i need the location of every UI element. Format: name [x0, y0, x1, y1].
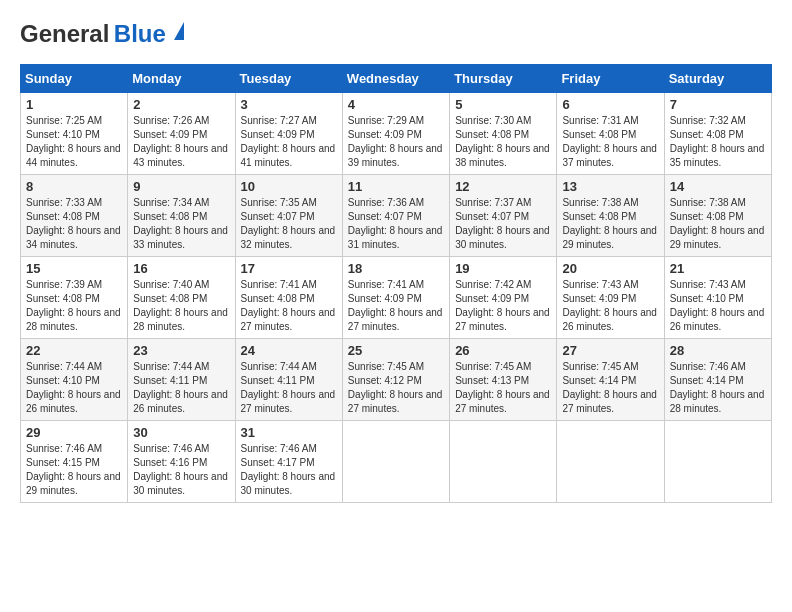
day-detail: Sunrise: 7:45 AM Sunset: 4:13 PM Dayligh… — [455, 360, 551, 416]
day-number: 10 — [241, 179, 337, 194]
day-cell-31: 31 Sunrise: 7:46 AM Sunset: 4:17 PM Dayl… — [235, 421, 342, 503]
day-number: 15 — [26, 261, 122, 276]
day-number: 11 — [348, 179, 444, 194]
day-detail: Sunrise: 7:33 AM Sunset: 4:08 PM Dayligh… — [26, 196, 122, 252]
day-detail: Sunrise: 7:43 AM Sunset: 4:10 PM Dayligh… — [670, 278, 766, 334]
day-number: 2 — [133, 97, 229, 112]
day-detail: Sunrise: 7:31 AM Sunset: 4:08 PM Dayligh… — [562, 114, 658, 170]
calendar-week-row: 22 Sunrise: 7:44 AM Sunset: 4:10 PM Dayl… — [21, 339, 772, 421]
logo-blue: Blue — [114, 20, 166, 47]
day-number: 31 — [241, 425, 337, 440]
day-number: 24 — [241, 343, 337, 358]
day-detail: Sunrise: 7:44 AM Sunset: 4:11 PM Dayligh… — [241, 360, 337, 416]
day-cell-13: 13 Sunrise: 7:38 AM Sunset: 4:08 PM Dayl… — [557, 175, 664, 257]
day-number: 18 — [348, 261, 444, 276]
header-friday: Friday — [557, 65, 664, 93]
day-cell-14: 14 Sunrise: 7:38 AM Sunset: 4:08 PM Dayl… — [664, 175, 771, 257]
day-detail: Sunrise: 7:30 AM Sunset: 4:08 PM Dayligh… — [455, 114, 551, 170]
day-cell-8: 8 Sunrise: 7:33 AM Sunset: 4:08 PM Dayli… — [21, 175, 128, 257]
day-number: 25 — [348, 343, 444, 358]
logo: General Blue — [20, 20, 166, 48]
day-detail: Sunrise: 7:27 AM Sunset: 4:09 PM Dayligh… — [241, 114, 337, 170]
day-number: 20 — [562, 261, 658, 276]
day-number: 27 — [562, 343, 658, 358]
day-detail: Sunrise: 7:44 AM Sunset: 4:11 PM Dayligh… — [133, 360, 229, 416]
day-cell-29: 29 Sunrise: 7:46 AM Sunset: 4:15 PM Dayl… — [21, 421, 128, 503]
day-cell-26: 26 Sunrise: 7:45 AM Sunset: 4:13 PM Dayl… — [450, 339, 557, 421]
day-cell-22: 22 Sunrise: 7:44 AM Sunset: 4:10 PM Dayl… — [21, 339, 128, 421]
day-cell-6: 6 Sunrise: 7:31 AM Sunset: 4:08 PM Dayli… — [557, 93, 664, 175]
logo-triangle-icon — [174, 22, 184, 40]
day-number: 5 — [455, 97, 551, 112]
day-number: 12 — [455, 179, 551, 194]
day-cell-7: 7 Sunrise: 7:32 AM Sunset: 4:08 PM Dayli… — [664, 93, 771, 175]
day-cell-1: 1 Sunrise: 7:25 AM Sunset: 4:10 PM Dayli… — [21, 93, 128, 175]
day-number: 30 — [133, 425, 229, 440]
day-detail: Sunrise: 7:45 AM Sunset: 4:12 PM Dayligh… — [348, 360, 444, 416]
day-cell-24: 24 Sunrise: 7:44 AM Sunset: 4:11 PM Dayl… — [235, 339, 342, 421]
day-cell-30: 30 Sunrise: 7:46 AM Sunset: 4:16 PM Dayl… — [128, 421, 235, 503]
calendar-week-row: 1 Sunrise: 7:25 AM Sunset: 4:10 PM Dayli… — [21, 93, 772, 175]
day-cell-15: 15 Sunrise: 7:39 AM Sunset: 4:08 PM Dayl… — [21, 257, 128, 339]
calendar-table: Sunday Monday Tuesday Wednesday Thursday… — [20, 64, 772, 503]
day-cell-19: 19 Sunrise: 7:42 AM Sunset: 4:09 PM Dayl… — [450, 257, 557, 339]
day-number: 21 — [670, 261, 766, 276]
day-detail: Sunrise: 7:45 AM Sunset: 4:14 PM Dayligh… — [562, 360, 658, 416]
day-detail: Sunrise: 7:29 AM Sunset: 4:09 PM Dayligh… — [348, 114, 444, 170]
header-monday: Monday — [128, 65, 235, 93]
day-detail: Sunrise: 7:46 AM Sunset: 4:17 PM Dayligh… — [241, 442, 337, 498]
day-cell-21: 21 Sunrise: 7:43 AM Sunset: 4:10 PM Dayl… — [664, 257, 771, 339]
empty-cell — [664, 421, 771, 503]
day-detail: Sunrise: 7:26 AM Sunset: 4:09 PM Dayligh… — [133, 114, 229, 170]
day-cell-9: 9 Sunrise: 7:34 AM Sunset: 4:08 PM Dayli… — [128, 175, 235, 257]
day-detail: Sunrise: 7:34 AM Sunset: 4:08 PM Dayligh… — [133, 196, 229, 252]
day-cell-5: 5 Sunrise: 7:30 AM Sunset: 4:08 PM Dayli… — [450, 93, 557, 175]
day-detail: Sunrise: 7:46 AM Sunset: 4:14 PM Dayligh… — [670, 360, 766, 416]
day-cell-16: 16 Sunrise: 7:40 AM Sunset: 4:08 PM Dayl… — [128, 257, 235, 339]
header-sunday: Sunday — [21, 65, 128, 93]
day-number: 23 — [133, 343, 229, 358]
calendar-week-row: 15 Sunrise: 7:39 AM Sunset: 4:08 PM Dayl… — [21, 257, 772, 339]
day-number: 14 — [670, 179, 766, 194]
day-cell-25: 25 Sunrise: 7:45 AM Sunset: 4:12 PM Dayl… — [342, 339, 449, 421]
day-detail: Sunrise: 7:46 AM Sunset: 4:15 PM Dayligh… — [26, 442, 122, 498]
header-saturday: Saturday — [664, 65, 771, 93]
day-cell-11: 11 Sunrise: 7:36 AM Sunset: 4:07 PM Dayl… — [342, 175, 449, 257]
day-number: 28 — [670, 343, 766, 358]
header-wednesday: Wednesday — [342, 65, 449, 93]
day-cell-17: 17 Sunrise: 7:41 AM Sunset: 4:08 PM Dayl… — [235, 257, 342, 339]
day-cell-4: 4 Sunrise: 7:29 AM Sunset: 4:09 PM Dayli… — [342, 93, 449, 175]
day-cell-27: 27 Sunrise: 7:45 AM Sunset: 4:14 PM Dayl… — [557, 339, 664, 421]
day-number: 13 — [562, 179, 658, 194]
day-detail: Sunrise: 7:43 AM Sunset: 4:09 PM Dayligh… — [562, 278, 658, 334]
day-cell-28: 28 Sunrise: 7:46 AM Sunset: 4:14 PM Dayl… — [664, 339, 771, 421]
day-number: 4 — [348, 97, 444, 112]
empty-cell — [342, 421, 449, 503]
day-number: 16 — [133, 261, 229, 276]
day-number: 6 — [562, 97, 658, 112]
day-detail: Sunrise: 7:40 AM Sunset: 4:08 PM Dayligh… — [133, 278, 229, 334]
day-number: 22 — [26, 343, 122, 358]
calendar-week-row: 29 Sunrise: 7:46 AM Sunset: 4:15 PM Dayl… — [21, 421, 772, 503]
calendar-week-row: 8 Sunrise: 7:33 AM Sunset: 4:08 PM Dayli… — [21, 175, 772, 257]
day-detail: Sunrise: 7:41 AM Sunset: 4:09 PM Dayligh… — [348, 278, 444, 334]
logo-general: General — [20, 20, 109, 47]
day-number: 1 — [26, 97, 122, 112]
day-detail: Sunrise: 7:42 AM Sunset: 4:09 PM Dayligh… — [455, 278, 551, 334]
day-cell-10: 10 Sunrise: 7:35 AM Sunset: 4:07 PM Dayl… — [235, 175, 342, 257]
day-number: 17 — [241, 261, 337, 276]
header-thursday: Thursday — [450, 65, 557, 93]
day-detail: Sunrise: 7:38 AM Sunset: 4:08 PM Dayligh… — [670, 196, 766, 252]
day-number: 26 — [455, 343, 551, 358]
day-cell-12: 12 Sunrise: 7:37 AM Sunset: 4:07 PM Dayl… — [450, 175, 557, 257]
day-cell-23: 23 Sunrise: 7:44 AM Sunset: 4:11 PM Dayl… — [128, 339, 235, 421]
day-detail: Sunrise: 7:32 AM Sunset: 4:08 PM Dayligh… — [670, 114, 766, 170]
day-detail: Sunrise: 7:46 AM Sunset: 4:16 PM Dayligh… — [133, 442, 229, 498]
weekday-header-row: Sunday Monday Tuesday Wednesday Thursday… — [21, 65, 772, 93]
day-number: 9 — [133, 179, 229, 194]
header-tuesday: Tuesday — [235, 65, 342, 93]
empty-cell — [557, 421, 664, 503]
day-number: 3 — [241, 97, 337, 112]
day-number: 7 — [670, 97, 766, 112]
empty-cell — [450, 421, 557, 503]
